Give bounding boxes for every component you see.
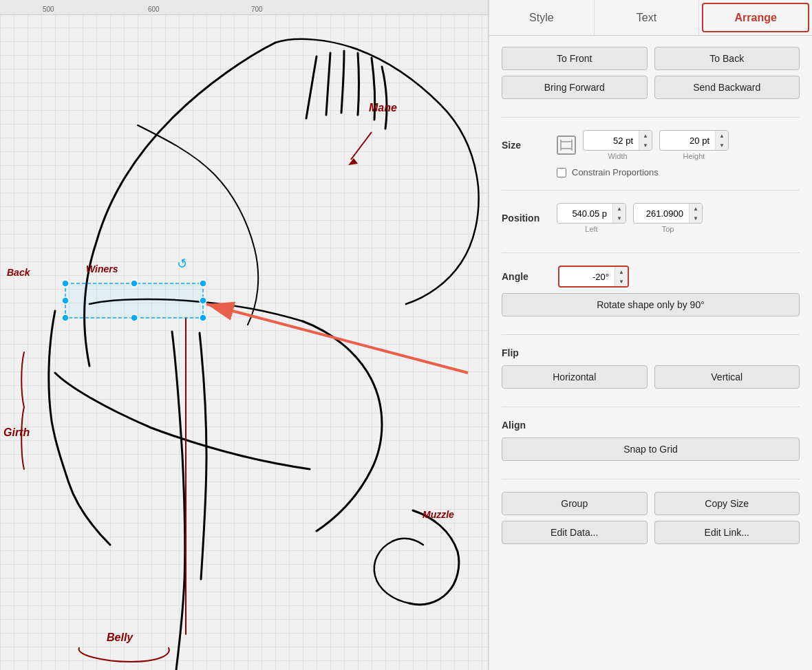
canvas-area[interactable]: 500 600 700 (0, 0, 489, 670)
svg-point-3 (131, 280, 138, 287)
size-row: Size ▲ ▼ (502, 130, 800, 160)
snap-row: Snap to Grid (502, 437, 800, 461)
ruler-mark-700: 700 (251, 6, 263, 13)
label-girth: Girth (3, 426, 30, 439)
constrain-label: Constrain Proportions (572, 167, 659, 177)
constrain-checkbox[interactable] (557, 168, 566, 177)
order-row-2: Bring Forward Send Backward (502, 76, 800, 99)
position-row: Position ▲ ▼ Left ▲ (502, 203, 800, 233)
angle-label: Angle (502, 271, 550, 282)
height-spinners: ▲ ▼ (715, 131, 728, 150)
group-button[interactable]: Group (502, 492, 648, 515)
svg-line-11 (351, 132, 372, 160)
horse-drawing: ↺ (0, 15, 489, 670)
label-mane: Mane (369, 102, 397, 114)
width-down[interactable]: ▼ (639, 140, 652, 150)
top-spinners: ▲ ▼ (689, 204, 702, 223)
svg-point-8 (131, 314, 138, 321)
ruler-mark-600: 600 (148, 6, 160, 13)
top-input-container: ▲ ▼ (633, 203, 703, 224)
flip-title: Flip (502, 347, 800, 358)
height-down[interactable]: ▼ (716, 140, 728, 150)
height-field-group: ▲ ▼ Height (659, 130, 729, 160)
width-spinners: ▲ ▼ (639, 131, 652, 150)
svg-point-4 (200, 280, 206, 287)
tab-arrange[interactable]: Arrange (702, 3, 809, 32)
rotate-shape-button[interactable]: Rotate shape only by 90° (502, 293, 800, 316)
label-belly: Belly (107, 631, 133, 644)
flip-vertical-button[interactable]: Vertical (654, 365, 800, 389)
left-field-group: ▲ ▼ Left (557, 203, 626, 233)
edit-data-button[interactable]: Edit Data... (502, 521, 648, 544)
angle-up[interactable]: ▲ (615, 267, 628, 277)
width-up[interactable]: ▲ (639, 131, 652, 140)
position-section: Position ▲ ▼ Left ▲ (502, 203, 800, 253)
left-up[interactable]: ▲ (613, 204, 626, 213)
svg-line-14 (206, 304, 468, 373)
top-up[interactable]: ▲ (690, 204, 702, 213)
to-front-button[interactable]: To Front (502, 47, 648, 70)
left-down[interactable]: ▼ (613, 213, 626, 223)
data-row: Edit Data... Edit Link... (502, 521, 800, 544)
flip-row: Horizontal Vertical (502, 365, 800, 389)
group-section: Group Copy Size Edit Data... Edit Link..… (502, 492, 800, 562)
angle-section: Angle ▲ ▼ Rotate shape only by 90° (502, 266, 800, 335)
tab-style[interactable]: Style (489, 0, 595, 35)
angle-row: Angle ▲ ▼ (502, 266, 800, 288)
svg-point-7 (62, 314, 69, 321)
svg-rect-15 (561, 142, 572, 149)
left-spinners: ▲ ▼ (612, 204, 626, 223)
bring-forward-button[interactable]: Bring Forward (502, 76, 648, 99)
ruler-top: 500 600 700 (0, 0, 488, 15)
svg-point-9 (200, 314, 206, 321)
width-input[interactable] (584, 132, 639, 149)
top-sub-label: Top (662, 225, 674, 233)
align-title: Align (502, 420, 800, 431)
size-section: Size ▲ ▼ (502, 130, 800, 191)
panel-content: To Front To Back Bring Forward Send Back… (489, 36, 812, 670)
rotate-row: Rotate shape only by 90° (502, 293, 800, 316)
order-section: To Front To Back Bring Forward Send Back… (502, 47, 800, 118)
constrain-row: Constrain Proportions (557, 167, 800, 177)
edit-link-button[interactable]: Edit Link... (654, 521, 800, 544)
size-icon (557, 136, 576, 155)
send-backward-button[interactable]: Send Backward (654, 76, 800, 99)
flip-section: Flip Horizontal Vertical (502, 347, 800, 407)
position-label: Position (502, 213, 550, 224)
angle-input-container: ▲ ▼ (558, 266, 629, 288)
top-input[interactable] (634, 205, 689, 222)
angle-down[interactable]: ▼ (615, 277, 628, 286)
svg-point-5 (62, 297, 69, 304)
width-input-container: ▲ ▼ (583, 130, 652, 151)
angle-spinners: ▲ ▼ (615, 267, 628, 286)
width-field-group: ▲ ▼ Width (583, 130, 652, 160)
svg-text:↺: ↺ (175, 256, 190, 272)
tab-text[interactable]: Text (595, 0, 700, 35)
top-down[interactable]: ▼ (690, 213, 702, 223)
height-up[interactable]: ▲ (716, 131, 728, 140)
align-section: Align Snap to Grid (502, 420, 800, 479)
left-sub-label: Left (585, 225, 597, 233)
to-back-button[interactable]: To Back (654, 47, 800, 70)
group-row: Group Copy Size (502, 492, 800, 515)
height-input-container: ▲ ▼ (659, 130, 729, 151)
flip-horizontal-button[interactable]: Horizontal (502, 365, 648, 389)
svg-point-6 (200, 297, 206, 304)
angle-input[interactable] (559, 268, 615, 285)
top-field-group: ▲ ▼ Top (633, 203, 703, 233)
svg-point-2 (62, 280, 69, 287)
snap-to-grid-button[interactable]: Snap to Grid (502, 437, 800, 461)
svg-rect-1 (65, 283, 203, 318)
copy-size-button[interactable]: Copy Size (654, 492, 800, 515)
height-sub-label: Height (683, 152, 705, 160)
right-panel: Style Text Arrange To Front To Back Brin… (489, 0, 812, 670)
ruler-mark-500: 500 (43, 6, 54, 13)
width-sub-label: Width (608, 152, 627, 160)
left-input[interactable] (557, 205, 612, 222)
left-input-container: ▲ ▼ (557, 203, 626, 224)
size-label: Size (502, 140, 550, 151)
svg-marker-12 (348, 158, 358, 165)
tabs-header: Style Text Arrange (489, 0, 812, 36)
order-row-1: To Front To Back (502, 47, 800, 70)
height-input[interactable] (660, 132, 715, 149)
